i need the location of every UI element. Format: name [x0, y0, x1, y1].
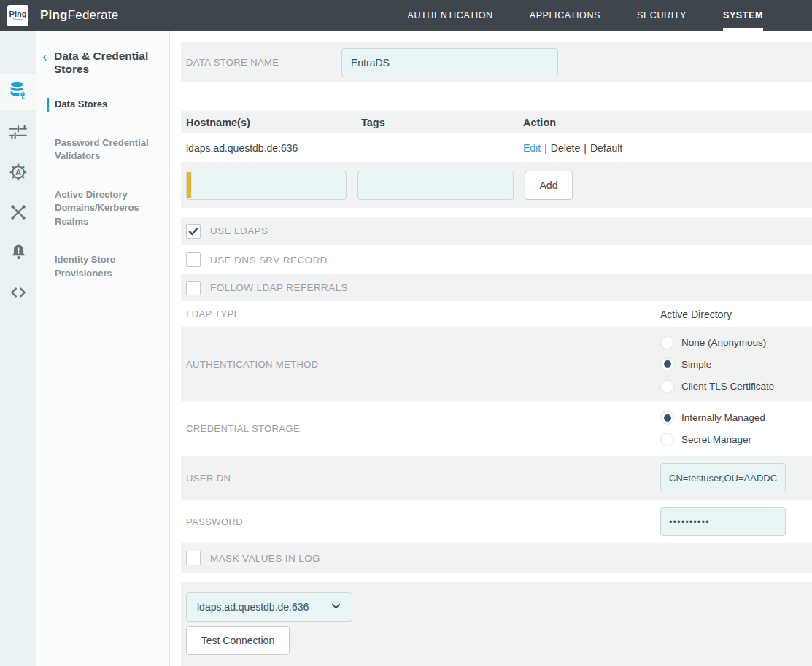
- host-select-value: ldaps.ad.questdb.de:636: [197, 601, 309, 613]
- hosts-table-header: Hostname(s) Tags Action: [181, 111, 812, 133]
- follow-ldap-referrals-label: FOLLOW LDAP REFERRALS: [210, 282, 348, 293]
- action-column-header: Action: [523, 117, 812, 128]
- tags-column-header: Tags: [361, 117, 523, 128]
- internally-managed-option[interactable]: Internally Managed: [660, 411, 812, 425]
- auth-simple-option[interactable]: Simple: [660, 357, 812, 371]
- hostname-column-header: Hostname(s): [186, 117, 361, 128]
- gear-icon: A: [9, 163, 28, 185]
- secret-manager-option[interactable]: Secret Manager: [660, 433, 812, 446]
- sliders-icon: [9, 123, 28, 144]
- ldap-type-value: Active Directory: [660, 309, 812, 320]
- use-dns-srv-label: USE DNS SRV RECORD: [210, 255, 328, 266]
- password-input[interactable]: [660, 507, 786, 536]
- secret-manager-radio[interactable]: [660, 433, 674, 446]
- host-table-row: ldaps.ad.questdb.de:636 Edit|Delete|Defa…: [181, 133, 812, 162]
- authentication-method-row: AUTHENTICATION METHOD None (Anonymous) S…: [181, 327, 812, 401]
- logo-text: Ping: [9, 10, 27, 18]
- rail-item-settings[interactable]: A: [0, 153, 36, 193]
- required-field-indicator: [187, 172, 191, 198]
- data-store-name-row: DATA STORE NAME: [181, 42, 812, 82]
- sidebar-item-identity-store-provisioners[interactable]: Identity Store Provisioners: [36, 253, 169, 280]
- use-ldaps-label: USE LDAPS: [210, 225, 268, 236]
- data-stores-icon: [9, 81, 28, 103]
- authentication-method-label: AUTHENTICATION METHOD: [186, 359, 319, 370]
- cluster-icon: [9, 203, 28, 225]
- sidebar: ‹ Data & Credential Stores Data Stores P…: [36, 31, 170, 666]
- host-select-dropdown[interactable]: ldaps.ad.questdb.de:636: [186, 592, 352, 622]
- new-hostname-input[interactable]: [186, 171, 347, 200]
- action-separator: |: [584, 142, 587, 154]
- follow-ldap-referrals-checkbox[interactable]: [186, 281, 201, 295]
- follow-ldap-referrals-row: FOLLOW LDAP REFERRALS: [181, 274, 812, 301]
- password-label: PASSWORD: [186, 516, 243, 527]
- auth-client-tls-radio[interactable]: [660, 379, 674, 393]
- main-content: DATA STORE NAME Hostname(s) Tags Action …: [170, 31, 812, 666]
- use-dns-srv-row: USE DNS SRV RECORD: [181, 245, 812, 274]
- sidebar-items: Data Stores Password Credential Validato…: [36, 98, 169, 280]
- credential-storage-row: CREDENTIAL STORAGE Internally Managed Se…: [181, 401, 812, 456]
- auth-none-option[interactable]: None (Anonymous): [660, 336, 812, 349]
- nav-applications[interactable]: APPLICATIONS: [530, 0, 600, 31]
- user-dn-label: USER DN: [186, 473, 231, 484]
- ldap-type-row: LDAP TYPE Active Directory: [181, 301, 812, 327]
- sidebar-item-data-stores[interactable]: Data Stores: [47, 98, 169, 112]
- test-connection-button[interactable]: Test Connection: [186, 626, 290, 655]
- auth-none-radio[interactable]: [660, 336, 674, 349]
- edit-link[interactable]: Edit: [523, 142, 541, 154]
- action-separator: |: [544, 142, 547, 154]
- rail-item-data-stores[interactable]: [0, 74, 36, 110]
- password-row: PASSWORD: [181, 500, 812, 543]
- rail-spacer: [0, 31, 36, 74]
- auth-client-tls-option[interactable]: Client TLS Certificate: [660, 379, 812, 393]
- ldap-type-label: LDAP TYPE: [186, 309, 241, 320]
- svg-text:A: A: [15, 168, 21, 177]
- user-dn-input[interactable]: [660, 463, 786, 492]
- top-nav: Ping Identity PingFederate AUTHENTICATIO…: [0, 0, 812, 31]
- mask-values-checkbox[interactable]: [186, 551, 201, 565]
- use-dns-srv-checkbox[interactable]: [186, 252, 201, 267]
- code-icon: [9, 283, 28, 305]
- mask-values-row: MASK VALUES IN LOG: [181, 543, 812, 573]
- chevron-down-icon: [330, 600, 341, 613]
- add-button[interactable]: Add: [525, 171, 573, 200]
- nav-system[interactable]: SYSTEM: [723, 0, 763, 31]
- rail-item-alerts[interactable]: [0, 233, 36, 274]
- mask-values-label: MASK VALUES IN LOG: [210, 553, 320, 564]
- nav-authentication[interactable]: AUTHENTICATION: [408, 0, 493, 31]
- alert-bell-icon: [9, 243, 28, 264]
- data-store-name-input[interactable]: [341, 48, 558, 77]
- logo-subtext: Identity: [13, 18, 23, 21]
- rail-item-cluster[interactable]: [0, 193, 36, 233]
- product-title: PingFederate: [40, 8, 118, 23]
- nav-security[interactable]: SECURITY: [637, 0, 687, 31]
- add-host-row: Add: [181, 162, 812, 208]
- main-menu: AUTHENTICATION APPLICATIONS SECURITY SYS…: [408, 0, 764, 31]
- sidebar-item-password-credential-validators[interactable]: Password Credential Validators: [36, 136, 169, 163]
- sidebar-back-link[interactable]: ‹ Data & Credential Stores: [42, 50, 169, 76]
- auth-simple-radio[interactable]: [660, 357, 674, 371]
- use-ldaps-checkbox[interactable]: [186, 224, 201, 239]
- internally-managed-radio[interactable]: [660, 411, 674, 425]
- action-cell: Edit|Delete|Default: [523, 142, 812, 154]
- sidebar-item-ad-domains-kerberos-realms[interactable]: Active Directory Domains/Kerberos Realms: [36, 188, 169, 229]
- new-tags-input[interactable]: [357, 171, 514, 200]
- rail-item-api[interactable]: [0, 274, 36, 314]
- test-connection-panel: ldaps.ad.questdb.de:636 Test Connection: [181, 582, 812, 666]
- default-link[interactable]: Default: [590, 142, 622, 154]
- back-chevron-icon: ‹: [42, 50, 54, 76]
- use-ldaps-row: USE LDAPS: [181, 217, 812, 245]
- sidebar-title: Data & Credential Stores: [54, 50, 156, 76]
- delete-link[interactable]: Delete: [551, 142, 580, 154]
- user-dn-row: USER DN: [181, 456, 812, 500]
- ping-identity-logo[interactable]: Ping Identity: [7, 5, 28, 26]
- hostname-cell: ldaps.ad.questdb.de:636: [186, 142, 361, 154]
- data-store-name-label: DATA STORE NAME: [186, 57, 341, 68]
- rail-item-sliders[interactable]: [0, 113, 36, 153]
- icon-rail: A: [0, 31, 36, 666]
- credential-storage-label: CREDENTIAL STORAGE: [186, 423, 300, 434]
